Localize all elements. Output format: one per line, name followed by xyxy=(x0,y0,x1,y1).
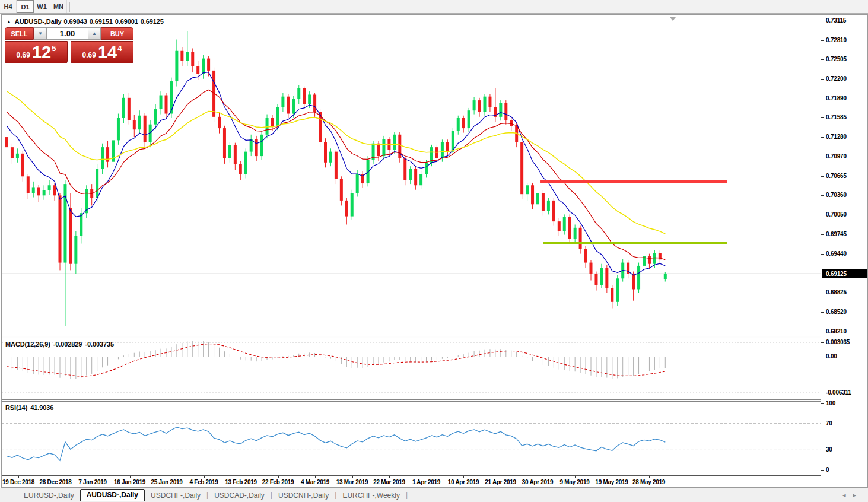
candle xyxy=(133,115,136,137)
chart-title: ▲AUDUSD-,Daily0.690430.691510.690010.691… xyxy=(7,18,166,25)
tab-scroll-right-icon[interactable]: ▸ xyxy=(853,491,863,498)
date-axis-tick xyxy=(204,476,205,478)
rsi-line xyxy=(7,427,666,460)
candle xyxy=(648,254,651,269)
main-chart-panel[interactable]: ▲AUDUSD-,Daily0.690430.691510.690010.691… xyxy=(2,15,821,336)
buy-button[interactable]: BUY xyxy=(101,27,133,40)
tab-scroll-left-icon[interactable]: ◂ xyxy=(842,491,853,498)
candle xyxy=(37,185,40,202)
price-axis-label-tick xyxy=(821,59,824,60)
rsi-panel[interactable]: RSI(14)41.9036 xyxy=(2,402,821,475)
price-axis-label: 0.70050 xyxy=(826,211,847,218)
candle xyxy=(239,161,242,180)
date-axis-label: 30 Apr 2019 xyxy=(522,479,553,485)
timeframe-button-mn[interactable]: MN xyxy=(50,0,67,13)
timeframe-button-d1[interactable]: D1 xyxy=(17,0,34,13)
tab-scroll-arrows: ◂▸ xyxy=(842,491,863,499)
date-axis-label: 13 Mar 2019 xyxy=(336,479,368,485)
candle xyxy=(69,193,72,270)
candle xyxy=(144,113,147,147)
macd-panel[interactable]: MACD(12,26,9)-0.002829-0.003735 xyxy=(2,338,821,399)
chart-tab-usdcad[interactable]: USDCAD-,Daily xyxy=(208,490,271,501)
chart-tab-eurusd[interactable]: EURUSD-,Daily xyxy=(18,490,80,501)
candle xyxy=(180,47,183,66)
candle xyxy=(80,208,82,244)
candle xyxy=(191,48,194,72)
candle xyxy=(212,68,215,122)
price-axis-label: 0.73115 xyxy=(826,17,846,24)
price-axis-label-tick xyxy=(821,21,824,21)
volume-decrease-button[interactable]: ▼ xyxy=(34,27,47,40)
macd-axis-label-tick xyxy=(821,393,824,393)
sell-price-pip: 5 xyxy=(52,44,56,53)
candle xyxy=(611,285,613,308)
price-axis-label-tick xyxy=(821,215,824,215)
collapse-panel-icon[interactable]: ▲ xyxy=(7,19,11,24)
candle xyxy=(186,31,189,66)
candle xyxy=(43,185,46,200)
rsi-canvas xyxy=(2,402,821,475)
timeframe-button-w1[interactable]: W1 xyxy=(34,0,50,13)
macd-name: MACD(12,26,9) xyxy=(5,341,50,348)
price-axis-label: 0.69440 xyxy=(826,250,847,258)
candle xyxy=(335,150,338,184)
candle xyxy=(520,139,523,199)
date-axis-tick xyxy=(130,476,131,478)
candle xyxy=(122,94,125,123)
date-axis-label: 4 Mar 2019 xyxy=(301,479,329,485)
price-axis[interactable]: 0.731150.728100.725050.722000.718900.715… xyxy=(821,15,867,487)
candle xyxy=(297,85,300,104)
ohlc-high: 0.69151 xyxy=(90,18,113,25)
sell-price-prefix: 0.69 xyxy=(17,51,30,59)
candle xyxy=(499,100,502,120)
rsi-axis-label-tick xyxy=(821,450,824,450)
candle xyxy=(244,148,247,178)
candle xyxy=(287,94,290,118)
candle xyxy=(414,166,417,190)
candle xyxy=(250,135,253,156)
chart-tab-audusd[interactable]: AUDUSD-,Daily xyxy=(80,489,145,501)
candle xyxy=(106,141,109,167)
candles-layer xyxy=(5,31,667,326)
price-axis-label-tick xyxy=(821,157,824,157)
candle xyxy=(48,180,51,195)
candle xyxy=(138,110,141,134)
candle xyxy=(574,224,577,242)
candle xyxy=(329,148,332,166)
volume-input[interactable] xyxy=(47,27,88,40)
chart-tab-usdcnh[interactable]: USDCNH-,Daily xyxy=(272,490,335,501)
date-axis-label: 25 Jan 2019 xyxy=(151,479,183,485)
candle xyxy=(468,108,470,132)
sell-price-tile[interactable]: 0.69 12 5 xyxy=(5,41,68,63)
candle xyxy=(281,93,284,112)
candle xyxy=(351,190,354,220)
sell-button[interactable]: SELL xyxy=(5,27,34,40)
candle xyxy=(74,231,77,274)
main-chart-canvas[interactable] xyxy=(2,15,821,336)
candle xyxy=(504,100,507,125)
candle xyxy=(494,88,497,122)
date-axis-label: 16 Jan 2019 xyxy=(114,479,145,485)
price-axis-label-tick xyxy=(821,40,824,41)
price-axis-label: 0.68210 xyxy=(826,328,847,335)
date-axis-label: 19 Dec 2018 xyxy=(2,479,34,485)
chart-symbol: AUDUSD-,Daily xyxy=(15,18,62,25)
chart-tab-usdchf[interactable]: USDCHF-,Daily xyxy=(145,490,206,501)
price-axis-label: 0.68520 xyxy=(826,309,847,316)
timeframe-button-h4[interactable]: H4 xyxy=(0,0,17,13)
date-axis-tick xyxy=(18,476,19,478)
buy-price-tile[interactable]: 0.69 14 4 xyxy=(71,41,133,63)
volume-increase-button[interactable]: ▲ xyxy=(88,27,101,40)
chart-shift-marker-icon[interactable] xyxy=(670,17,676,21)
date-axis[interactable]: 19 Dec 201828 Dec 20187 Jan 201916 Jan 2… xyxy=(2,475,821,487)
date-axis-tick xyxy=(389,476,390,478)
candle xyxy=(27,174,30,199)
chart-tab-eurchf[interactable]: EURCHF-,Weekly xyxy=(336,490,405,501)
candle xyxy=(643,252,646,270)
candle xyxy=(324,138,327,167)
date-axis-tick xyxy=(352,476,353,478)
candle xyxy=(387,137,390,155)
price-axis-label-tick xyxy=(821,293,824,293)
price-axis-label: 0.72505 xyxy=(826,56,847,63)
price-axis-label-tick xyxy=(821,99,824,99)
